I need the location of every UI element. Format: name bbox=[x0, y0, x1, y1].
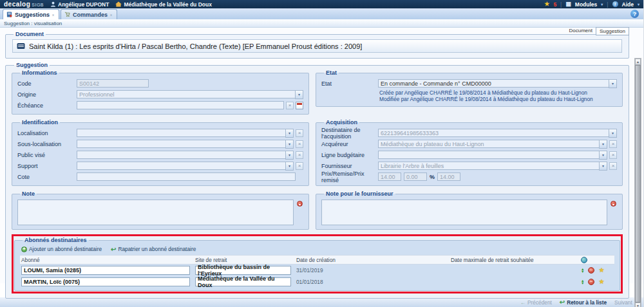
field-cote: Cote bbox=[17, 172, 303, 181]
echeance-label: Échéance bbox=[17, 102, 77, 109]
repatriate-icon: ↩ bbox=[111, 247, 116, 252]
acquisition-group: Acquisition Destinataire de l'acquisitio… bbox=[316, 119, 623, 186]
note-fournisseur-legend: Note pour le fournisseur bbox=[324, 191, 395, 197]
field-code: Code bbox=[17, 79, 303, 88]
tab-suggestions[interactable]: Suggestions x bbox=[3, 9, 59, 19]
clear-icon[interactable]: × bbox=[296, 162, 303, 170]
chevron-down-icon[interactable]: ▾ bbox=[609, 79, 617, 88]
scroll-up-icon[interactable]: ▲ bbox=[635, 59, 641, 65]
chevron-down-icon: ▾ bbox=[638, 3, 639, 6]
fournisseur-select[interactable] bbox=[378, 162, 600, 170]
abonne-value[interactable]: MARTIN, Loïc (0075) bbox=[21, 277, 190, 286]
chevron-down-icon[interactable]: ▾ bbox=[285, 162, 294, 171]
star-action-icon[interactable]: ★ bbox=[598, 279, 604, 285]
prev-arrow-icon: ← bbox=[520, 299, 526, 306]
echeance-input[interactable] bbox=[77, 101, 284, 109]
cote-input[interactable] bbox=[77, 172, 296, 181]
breadcrumb: Suggestion : visualisation bbox=[0, 19, 643, 28]
move-down-icon[interactable]: ▼ bbox=[581, 282, 584, 284]
clear-icon[interactable]: × bbox=[296, 151, 303, 159]
public-vise-select[interactable] bbox=[77, 151, 286, 159]
clear-note-icon[interactable] bbox=[611, 201, 616, 207]
table-row[interactable]: MARTIN, Loïc (0075) Médiathèque de la Va… bbox=[20, 276, 614, 288]
modules-menu[interactable]: Modules bbox=[575, 1, 597, 8]
code-input bbox=[77, 79, 149, 88]
scroll-down-icon[interactable]: ▼ bbox=[635, 302, 641, 307]
sous-localisation-select[interactable] bbox=[77, 140, 286, 148]
tab-commandes[interactable]: Commandes x bbox=[61, 9, 117, 19]
remove-row-icon[interactable]: − bbox=[588, 267, 594, 274]
site-value[interactable]: Bibliothèque du bassin de l'Eyrieux bbox=[195, 266, 291, 275]
chevron-down-icon[interactable]: ▾ bbox=[285, 151, 294, 160]
destinataire-select[interactable] bbox=[378, 129, 609, 137]
chevron-down-icon[interactable]: ▾ bbox=[285, 129, 294, 138]
commandes-tab-icon bbox=[64, 12, 70, 17]
field-etat: Etat ▾ bbox=[321, 79, 617, 88]
aide-menu[interactable]: Aide bbox=[622, 1, 634, 8]
table-row[interactable]: LOUMI, Samia (0285) Bibliothèque du bass… bbox=[20, 265, 614, 276]
abonne-value[interactable]: LOUMI, Samia (0285) bbox=[21, 266, 190, 275]
help-icon[interactable]: ? bbox=[630, 10, 639, 18]
notifications-star-icon[interactable]: ★ bbox=[544, 1, 549, 7]
clear-note-icon[interactable] bbox=[297, 201, 303, 207]
repatriate-abonne-button[interactable]: ↩ Rapatrier un abonné destinataire bbox=[111, 246, 196, 252]
current-site[interactable]: Médiathèque de la Vallée du Doux bbox=[115, 1, 212, 8]
informations-legend: Informations bbox=[20, 70, 59, 76]
star-action-icon[interactable]: ★ bbox=[598, 267, 604, 274]
etat-legend: Etat bbox=[324, 70, 339, 76]
close-tab-icon[interactable]: x bbox=[110, 13, 112, 17]
clear-icon[interactable]: × bbox=[296, 129, 303, 137]
move-row-icon[interactable]: ▲▼ bbox=[581, 268, 584, 273]
chevron-down-icon[interactable]: ▾ bbox=[295, 90, 303, 99]
globe-icon[interactable] bbox=[581, 257, 587, 263]
col-left: Informations Code Origine ▾ Échéance bbox=[12, 70, 309, 115]
clear-icon[interactable]: × bbox=[296, 140, 303, 148]
remove-row-icon[interactable]: − bbox=[588, 279, 594, 285]
clear-icon[interactable]: × bbox=[609, 140, 617, 148]
cell-site: Médiathèque de la Vallée du Doux bbox=[195, 277, 296, 286]
field-echeance: Échéance × bbox=[17, 100, 303, 110]
move-down-icon[interactable]: ▼ bbox=[581, 270, 584, 273]
field-prix: Prix/Remise/Prix remisé % bbox=[321, 172, 617, 181]
clear-icon[interactable]: × bbox=[609, 162, 617, 170]
note-textarea[interactable] bbox=[17, 200, 294, 225]
vertical-scrollbar[interactable]: ▲ ▼ bbox=[634, 58, 641, 307]
current-user[interactable]: Angélique DUPONT bbox=[50, 1, 109, 8]
field-origine: Origine ▾ bbox=[17, 89, 303, 99]
close-tab-icon[interactable]: x bbox=[52, 13, 54, 17]
chevron-down-icon[interactable]: ▾ bbox=[599, 151, 607, 160]
view-switch-document[interactable]: Document bbox=[566, 27, 596, 35]
origine-label: Origine bbox=[17, 91, 77, 98]
view-switch-suggestion[interactable]: Suggestion bbox=[596, 27, 629, 35]
add-abonne-button[interactable]: + Ajouter un abonné destinataire bbox=[21, 246, 102, 252]
ligne-budgetaire-select[interactable] bbox=[378, 151, 600, 159]
acquereur-label: Acquéreur bbox=[321, 141, 378, 147]
move-row-icon[interactable]: ▲▼ bbox=[581, 279, 584, 284]
clear-icon[interactable]: × bbox=[286, 102, 294, 109]
etat-select[interactable] bbox=[378, 79, 609, 88]
calendar-icon[interactable] bbox=[296, 102, 303, 109]
row-actions: ▲▼ − ★ bbox=[581, 279, 614, 285]
chevron-down-icon[interactable]: ▾ bbox=[599, 140, 607, 149]
support-select[interactable] bbox=[77, 162, 286, 170]
clear-icon[interactable]: × bbox=[609, 151, 617, 159]
origine-select[interactable] bbox=[77, 90, 296, 98]
retour-liste-link[interactable]: ↩Retour à la liste bbox=[560, 299, 607, 306]
localisation-select[interactable] bbox=[77, 129, 286, 137]
etat-group: Etat Etat ▾ Créée par Angélique CHARRÉ l… bbox=[316, 70, 623, 107]
acquereur-select[interactable] bbox=[378, 140, 600, 148]
col-left: Note bbox=[12, 191, 309, 230]
user-icon bbox=[50, 1, 56, 7]
sous-localisation-label: Sous-localisation bbox=[17, 141, 77, 147]
chevron-down-icon[interactable]: ▾ bbox=[609, 129, 617, 138]
precedent-link[interactable]: ←Précédent bbox=[520, 299, 552, 306]
site-value[interactable]: Médiathèque de la Vallée du Doux bbox=[195, 277, 291, 286]
document-title: Saint Kilda (1) : Les esprits d'Hirta / … bbox=[29, 42, 362, 50]
identification-legend: Identification bbox=[20, 119, 60, 126]
chevron-down-icon[interactable]: ▾ bbox=[285, 140, 294, 149]
note-fournisseur-textarea[interactable] bbox=[321, 200, 607, 225]
chevron-down-icon[interactable]: ▾ bbox=[599, 162, 607, 171]
col-site-retrait: Site de retrait bbox=[195, 257, 296, 263]
scrollbar-thumb[interactable] bbox=[635, 65, 641, 302]
cell-abonne: MARTIN, Loïc (0075) bbox=[20, 277, 195, 286]
